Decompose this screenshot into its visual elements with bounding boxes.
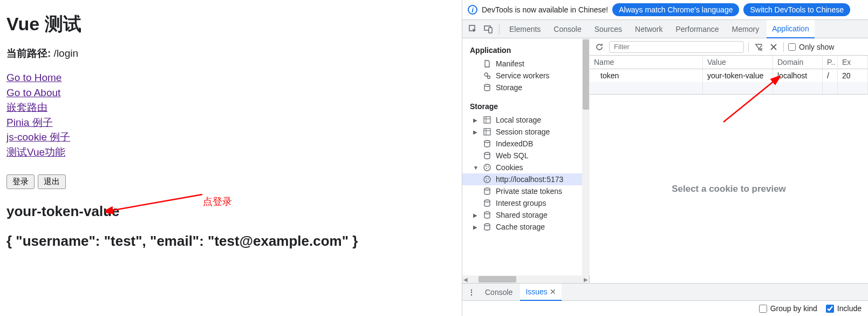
svg-point-26 [484,224,490,226]
cell-name: token [590,69,703,82]
inspect-icon[interactable] [467,23,480,36]
col-value[interactable]: Value [703,56,773,69]
tab-sources[interactable]: Sources [589,20,627,38]
cookies-table-head: Name Value Domain P.. Ex [590,56,868,69]
grid-icon [483,116,491,124]
page-title: Vue 测试 [6,12,455,37]
drawer-tab-issues[interactable]: Issues ✕ [520,284,561,301]
tab-network[interactable]: Network [630,20,668,38]
svg-point-16 [486,166,487,167]
route-value: /login [54,48,78,59]
only-show-checkbox[interactable]: Only show [788,43,834,51]
include-input[interactable] [826,305,834,313]
only-show-input[interactable] [788,43,796,51]
tab-application[interactable]: Application [767,20,815,38]
file-icon [483,59,491,68]
col-expires[interactable]: Ex [838,56,868,69]
devtools-drawer: ⋮ Console Issues ✕ Group by kind Include [462,283,868,316]
col-domain[interactable]: Domain [773,56,823,69]
svg-point-14 [484,152,490,154]
svg-point-6 [484,84,490,86]
sidebar-cookies[interactable]: ▼ Cookies [462,162,590,173]
svg-rect-7 [484,117,490,123]
cookie-preview-message: Select a cookie to preview [590,95,868,283]
route-label: 当前路径: [6,48,51,59]
annotation-text: 点登录 [203,195,232,208]
tab-elements[interactable]: Elements [504,20,546,38]
sidebar-private-state[interactable]: Private state tokens [462,185,590,197]
cookie-icon [483,175,491,184]
svg-point-18 [486,168,487,169]
col-name[interactable]: Name [590,56,703,69]
sidebar-shared-storage[interactable]: ▶ Shared storage [462,209,590,221]
sidebar-cookie-origin[interactable]: http://localhost:5173 [462,173,590,185]
drawer-tab-console[interactable]: Console [480,284,518,301]
pill-always-match[interactable]: Always match Chrome's language [612,3,739,16]
svg-point-24 [484,200,490,202]
link-nested[interactable]: 嵌套路由 [6,100,455,115]
tab-performance[interactable]: Performance [670,20,724,38]
vue-app-panel: Vue 测试 当前路径: /login Go to Home Go to Abo… [0,0,462,316]
sidebar-manifest[interactable]: Manifest [462,58,590,70]
link-jscookie[interactable]: js-cookie 例子 [6,130,455,145]
sidebar-websql[interactable]: Web SQL [462,150,590,162]
logout-button[interactable]: 退出 [38,174,66,189]
application-sidebar-wrapper: Application Manifest Service workers Sto… [462,38,590,283]
link-testvue[interactable]: 测试Vue功能 [6,145,455,160]
drawer-more-icon[interactable]: ⋮ [466,288,477,297]
link-pinia[interactable]: Pinia 例子 [6,115,455,130]
device-toggle-icon[interactable] [482,23,495,36]
separator [783,42,784,52]
sidebar-interest-groups[interactable]: Interest groups [462,197,590,209]
section-storage: Storage [462,99,590,114]
group-by-kind-checkbox[interactable]: Group by kind [759,304,817,313]
col-path[interactable]: P.. [823,56,838,69]
cookies-toolbar: Only show [590,38,868,56]
cookies-table-row[interactable]: token your-token-value localhost / 20 [590,69,868,82]
pill-switch-chinese[interactable]: Switch DevTools to Chinese [743,3,850,16]
sidebar-local-storage[interactable]: ▶ Local storage [462,114,590,126]
group-by-kind-input[interactable] [759,305,767,313]
include-checkbox[interactable]: Include [826,304,862,313]
svg-point-19 [484,176,490,183]
sidebar-hscroll[interactable]: ◀▶ [462,275,589,283]
database-icon [483,223,491,231]
tab-memory[interactable]: Memory [727,20,765,38]
info-icon: i [468,5,477,15]
database-icon [483,151,491,160]
link-home[interactable]: Go to Home [6,70,455,85]
svg-point-21 [488,178,489,179]
clear-all-icon[interactable] [768,42,779,52]
refresh-icon[interactable] [594,42,605,52]
sidebar-storage-item[interactable]: Storage [462,82,590,93]
drawer-body: Group by kind Include [462,301,868,316]
login-button[interactable]: 登录 [6,174,35,189]
sidebar-service-workers[interactable]: Service workers [462,70,590,82]
devtools-panel: i DevTools is now available in Chinese! … [462,0,868,316]
link-about[interactable]: Go to About [6,85,455,100]
sidebar-indexeddb[interactable]: IndexedDB [462,138,590,150]
cell-value: your-token-value [703,69,773,82]
svg-point-4 [484,73,488,76]
cell-domain: localhost [773,69,823,82]
close-icon[interactable]: ✕ [550,287,556,296]
user-display: { "username": "test", "email": "test@exa… [6,233,455,250]
database-icon [483,139,491,148]
section-application: Application [462,43,590,58]
gears-icon [483,71,491,80]
svg-point-23 [484,188,490,190]
sidebar-cache-storage[interactable]: ▶ Cache storage [462,221,590,233]
clear-filter-icon[interactable] [753,42,764,52]
sidebar-scrollbar[interactable] [582,38,590,275]
filter-input[interactable] [609,41,744,53]
separator [499,24,500,35]
cell-expires: 20 [838,69,868,82]
svg-rect-10 [484,129,490,135]
svg-point-22 [486,180,487,181]
database-icon [483,211,491,219]
application-sidebar[interactable]: Application Manifest Service workers Sto… [462,38,590,275]
separator [748,42,749,52]
tab-console[interactable]: Console [548,20,586,38]
sidebar-session-storage[interactable]: ▶ Session storage [462,126,590,138]
svg-point-17 [488,166,489,167]
